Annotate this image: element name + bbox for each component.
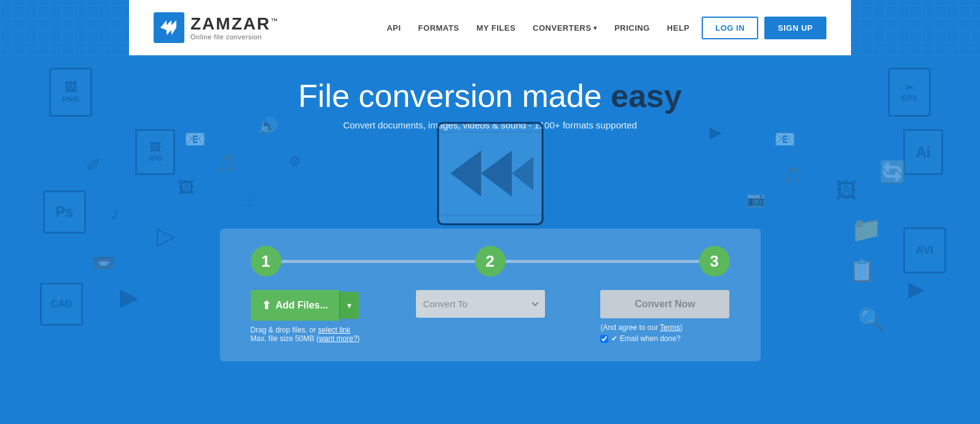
conversion-form-wrapper: 1 2 3 ⬆ Add Files... ▾ [0,229,980,361]
fast-forward-illustration [432,117,549,230]
upload-icon: ⬆ [262,299,271,312]
terms-link[interactable]: Terms [660,323,680,332]
terms-text: (And agree to our Terms) [600,323,729,332]
login-button[interactable]: LOG IN [702,17,758,39]
hero-title-part2: conversion [359,78,513,114]
logo-icon [154,12,184,43]
logo-name: ZAMZAR™ [190,15,279,34]
navbar: ZAMZAR™ Online file conversion API FORMA… [129,0,851,55]
want-more-link[interactable]: want more? [319,334,358,343]
main-content: 🖼 PNG 🖼 JPG Ps CAD ▷ ♪ ▶ 📼 ✏ ✂ EPS Ai AV… [0,55,980,424]
converters-dropdown-arrow: ▾ [594,25,597,31]
nav-link-api[interactable]: API [386,23,401,33]
hero-title-bold: easy [611,78,682,114]
hero-title-part1: File [298,78,358,114]
drag-drop-text: Drag & drop files, or select link [251,326,360,334]
ps-icon: Ps [43,190,86,234]
select-link[interactable]: select link [318,326,351,334]
ai-icon: Ai [903,129,943,175]
add-files-group: ⬆ Add Files... ▾ [251,290,360,321]
step-1-col: ⬆ Add Files... ▾ Drag & drop files, or s… [251,290,360,343]
logo-text-block: ZAMZAR™ Online file conversion [190,15,279,41]
email-label: ✔ Email when done? [611,334,680,343]
nav-link-formats[interactable]: FORMATS [418,23,460,33]
hero-title: File conversion made easy [0,77,980,115]
add-files-button[interactable]: ⬆ Add Files... [251,290,339,321]
logo-area: ZAMZAR™ Online file conversion [154,12,279,43]
conversion-form: 1 2 3 ⬆ Add Files... ▾ [220,229,761,361]
convert-to-select[interactable]: Convert To MP4 MP3 JPG PNG PDF DOCX [416,290,545,318]
step-line-2 [506,260,699,263]
add-files-dropdown-button[interactable]: ▾ [339,292,359,319]
nav-link-converters[interactable]: CONVERTERS ▾ [533,23,597,33]
jpg-icon: 🖼 JPG [135,129,175,175]
step-line-1 [281,260,475,263]
zamzar-logo-svg [159,18,179,37]
file-size-text: Max. file size 50MB (want more?) [251,334,360,343]
email-when-done: ✔ Email when done? [600,334,729,343]
nav-links: API FORMATS MY FILES CONVERTERS ▾ PRICIN… [386,23,689,33]
step-2-col: Convert To MP4 MP3 JPG PNG PDF DOCX [416,290,545,318]
step-1-circle: 1 [251,246,281,277]
center-illustration [432,117,549,230]
step-3-circle: 3 [699,246,730,277]
controls-row: ⬆ Add Files... ▾ Drag & drop files, or s… [251,290,730,343]
signup-button[interactable]: SIGN UP [764,17,826,39]
logo-subtitle: Online file conversion [190,33,279,41]
add-files-label: Add Files... [276,300,328,311]
hero-title-part3: made [513,78,611,114]
deco-music: ♪ [111,203,120,224]
nav-link-my-files[interactable]: MY FILES [476,23,515,33]
email-checkbox[interactable] [600,335,608,343]
convert-now-button[interactable]: Convert Now [600,290,729,318]
dropdown-arrow-icon: ▾ [347,300,351,310]
deco-pencil: ✏ [80,151,106,177]
deco-image-right: 🖼 [836,178,857,203]
deco-refresh: 🔄 [879,160,906,185]
svg-marker-0 [160,20,176,35]
step-2-circle: 2 [475,246,506,277]
nav-link-pricing[interactable]: PRICING [614,23,650,33]
steps-row: 1 2 3 [251,246,730,277]
step-3-col: Convert Now (And agree to our Terms) ✔ E… [600,290,729,343]
nav-link-help[interactable]: HELP [667,23,690,33]
